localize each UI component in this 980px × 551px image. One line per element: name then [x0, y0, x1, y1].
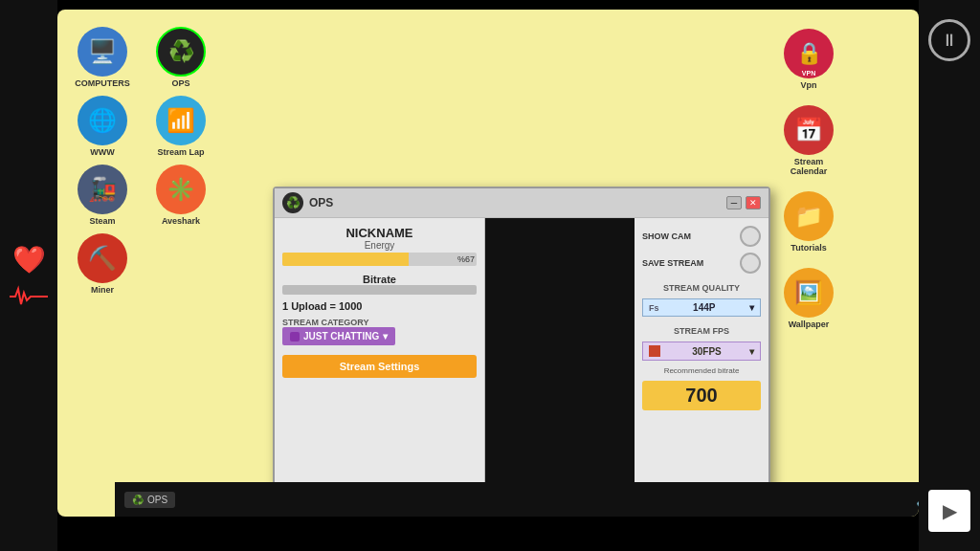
- show-cam-row: SHOW CAM: [642, 226, 761, 247]
- heartbeat-line: [10, 285, 48, 308]
- save-stream-toggle[interactable]: [740, 253, 761, 274]
- icon-avast[interactable]: ✳️ Aveshark: [147, 165, 214, 226]
- fps-arrow: ▾: [749, 346, 754, 357]
- icon-www[interactable]: 🌐 WWW: [69, 96, 136, 157]
- fps-selector[interactable]: 30FPS ▾: [642, 342, 761, 361]
- energy-bar: %67: [282, 253, 477, 266]
- icon-avast-label: Aveshark: [162, 216, 200, 226]
- heart-icon: ❤️: [12, 244, 46, 276]
- icon-computers[interactable]: 🖥️ COMPUTERS: [69, 27, 136, 88]
- window-body: NICKNAME Energy %67 Bitrate 1 Upload = 1…: [275, 218, 768, 486]
- main-screen: 🖥️ COMPUTERS ♻️ OPS 🌐 WWW 📶 Stream Lap: [57, 10, 919, 517]
- fps-color-box: [649, 345, 660, 357]
- recommended-bitrate-value: 700: [642, 381, 761, 410]
- save-stream-label: SAVE STREAM: [642, 258, 703, 268]
- window-left-panel: NICKNAME Energy %67 Bitrate 1 Upload = 1…: [275, 218, 485, 486]
- save-stream-row: SAVE STREAM: [642, 253, 761, 274]
- window-title-text: OPS: [309, 196, 333, 209]
- stream-category-section: STREAM CATEGORY JUST CHATTING ▾: [282, 318, 477, 345]
- show-cam-label: SHOW CAM: [642, 231, 691, 241]
- fps-value: 30FPS: [692, 346, 722, 357]
- upload-info: 1 Upload = 1000: [282, 300, 477, 312]
- stream-category-label: STREAM CATEGORY: [282, 318, 477, 327]
- just-chatting-label: JUST CHATTING: [303, 331, 379, 342]
- bitrate-section: Bitrate: [282, 272, 477, 295]
- icon-miner-label: Miner: [91, 285, 114, 295]
- energy-label: Energy: [282, 240, 477, 251]
- bitrate-label: Bitrate: [282, 274, 477, 285]
- exit-button[interactable]: ▶: [928, 490, 970, 532]
- icon-computers-label: COMPUTERS: [75, 78, 130, 88]
- icon-tutorials[interactable]: 📁 Tutorials: [775, 191, 842, 253]
- nickname-section: NICKNAME Energy %67: [282, 226, 477, 266]
- icon-wallpaper[interactable]: 🖼️ Wallpaper: [775, 268, 842, 329]
- bitrate-bar: [282, 285, 477, 295]
- taskbar-left: ♻️ OPS: [124, 492, 175, 508]
- icon-wallpaper-label: Wallpaper: [789, 320, 830, 329]
- icon-streamlap-label: Stream Lap: [157, 147, 204, 157]
- right-desktop-icons: 🔒 VPN Vpn 📅 Stream Calendar 📁 Tutorials …: [775, 29, 842, 329]
- volume-icon[interactable]: 🔊: [916, 492, 919, 507]
- icon-stream-calendar-label: Stream Calendar: [775, 157, 842, 176]
- icon-tutorials-label: Tutorials: [791, 243, 826, 253]
- ops-window: ♻️ OPS ─ ✕ NICKNAME Energy: [273, 187, 770, 517]
- icon-vpn-label: Vpn: [801, 80, 817, 90]
- quality-value: 144P: [693, 302, 715, 313]
- icon-steam-label: Steam: [89, 216, 115, 226]
- icon-streamlap[interactable]: 📶 Stream Lap: [147, 96, 214, 157]
- just-chatting-arrow: ▾: [383, 331, 388, 342]
- window-title-icon: ♻️: [282, 192, 303, 213]
- recommended-bitrate-label: Recommended bitrate: [642, 366, 761, 375]
- minimize-button[interactable]: ─: [726, 196, 742, 209]
- quality-arrow: ▾: [749, 302, 754, 313]
- stream-fps-label: STREAM FPS: [642, 326, 761, 336]
- energy-percent: %67: [457, 253, 475, 266]
- show-cam-toggle[interactable]: [740, 226, 761, 247]
- just-chatting-button[interactable]: JUST CHATTING ▾: [282, 327, 395, 345]
- right-sidebar: ⏸ ▶: [919, 0, 980, 551]
- taskbar: ♻️ OPS 🔊 12:23: [115, 482, 919, 517]
- window-controls: ─ ✕: [726, 196, 761, 209]
- window-titlebar: ♻️ OPS ─ ✕: [275, 188, 768, 218]
- stream-quality-label: STREAM QUALITY: [642, 283, 761, 293]
- taskbar-right: 🔊 12:23: [916, 492, 919, 507]
- quality-selector[interactable]: Fs 144P ▾: [642, 298, 761, 317]
- icon-vpn[interactable]: 🔒 VPN Vpn: [775, 29, 842, 90]
- desktop: 🖥️ COMPUTERS ♻️ OPS 🌐 WWW 📶 Stream Lap: [57, 10, 919, 517]
- stream-settings-button[interactable]: Stream Settings: [282, 355, 477, 378]
- icon-www-label: WWW: [90, 147, 114, 157]
- just-chatting-color: [290, 332, 300, 342]
- left-sidebar: ❤️: [0, 0, 57, 551]
- icon-miner[interactable]: ⛏️ Miner: [69, 233, 136, 295]
- taskbar-app-ops[interactable]: ♻️ OPS: [124, 492, 175, 508]
- window-title-left: ♻️ OPS: [282, 192, 333, 213]
- close-button[interactable]: ✕: [746, 196, 761, 209]
- energy-bar-fill: [282, 253, 409, 266]
- icon-ops-label: OPS: [171, 78, 189, 88]
- nickname-label: NICKNAME: [282, 226, 477, 240]
- taskbar-app-label: OPS: [147, 495, 167, 505]
- desktop-icons-area: 🖥️ COMPUTERS ♻️ OPS 🌐 WWW 📶 Stream Lap: [69, 27, 214, 295]
- taskbar-app-icon: ♻️: [132, 495, 144, 505]
- window-right-panel: SHOW CAM SAVE STREAM STREAM QUALITY Fs 1…: [635, 218, 768, 486]
- icon-steam[interactable]: 🚂 Steam: [69, 165, 136, 226]
- stream-preview: [485, 218, 635, 486]
- icon-stream-calendar[interactable]: 📅 Stream Calendar: [775, 105, 842, 176]
- pause-button[interactable]: ⏸: [928, 19, 970, 61]
- icon-ops[interactable]: ♻️ OPS: [147, 27, 214, 88]
